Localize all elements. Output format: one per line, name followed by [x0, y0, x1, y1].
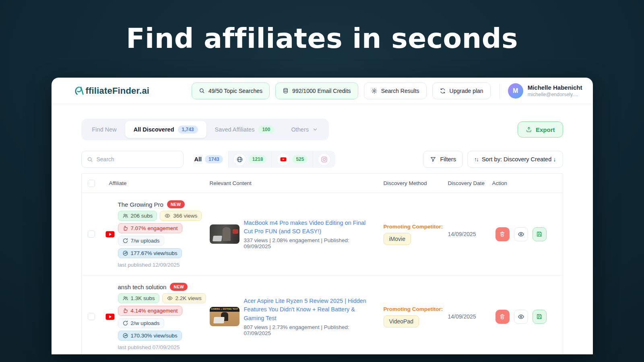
- subscribers-icon: [122, 213, 128, 219]
- youtube-platform-icon: [101, 231, 118, 238]
- trend-icon: [122, 250, 128, 256]
- uploads-value: 7/w uploads: [131, 238, 160, 244]
- upload-frequency-icon: [122, 238, 128, 244]
- tab-all-discovered[interactable]: All Discovered 1,743: [125, 121, 206, 138]
- brand-logo: ffiliateFinder.ai: [74, 85, 150, 96]
- video-title-link[interactable]: Acer Aspire Lite Ryzen 5 Review 2025 | H…: [244, 297, 373, 322]
- search-results-button[interactable]: Search Results: [364, 82, 427, 99]
- tab-others[interactable]: Others: [283, 122, 326, 137]
- row-checkbox[interactable]: [88, 313, 95, 320]
- platform-filter-instagram[interactable]: [313, 151, 335, 168]
- saved-affiliates-count-badge: 100: [258, 125, 274, 134]
- email-credits-counter[interactable]: 992/1000 Email Credits: [275, 82, 358, 99]
- engagement-stat: 7.07% engagement: [118, 223, 182, 233]
- competitor-badge: iMovie: [384, 233, 411, 245]
- last-published: last published 12/09/2025: [118, 262, 210, 268]
- thumbs-up-icon: [122, 308, 128, 314]
- search-input[interactable]: [97, 156, 178, 162]
- video-thumbnail[interactable]: GAMING + EDITING TEST: [210, 307, 239, 326]
- search-icon: [199, 88, 205, 94]
- tab-all-discovered-label: All Discovered: [134, 126, 174, 133]
- funnel-icon: [430, 156, 436, 162]
- view-tabs: Find New All Discovered 1,743 Saved Affi…: [81, 119, 329, 140]
- tab-find-new-label: Find New: [92, 126, 117, 133]
- col-discovery-method: Discovery Method: [384, 180, 448, 186]
- save-icon: [536, 231, 543, 237]
- tab-find-new[interactable]: Find New: [84, 122, 125, 137]
- all-discovered-count-badge: 1,743: [178, 125, 198, 134]
- views-value: 366 views: [173, 213, 197, 219]
- uploads-stat: 7/w uploads: [118, 236, 164, 246]
- upgrade-plan-button[interactable]: Upgrade plan: [432, 82, 491, 99]
- view-button[interactable]: [514, 310, 528, 324]
- email-credits-label: 992/1000 Email Credits: [292, 88, 351, 94]
- chevron-down-icon: [312, 127, 318, 132]
- table-header-row: Affiliate Relevant Content Discovery Met…: [82, 174, 563, 193]
- video-meta: 337 views | 2.08% engagement | Published…: [244, 237, 373, 249]
- export-label: Export: [536, 126, 555, 133]
- trash-icon: [499, 313, 506, 320]
- database-icon: [283, 88, 289, 94]
- sort-button[interactable]: ↑↓ Sort by: Discovery Created ↓: [467, 151, 563, 168]
- discovery-date: 14/09/2025: [448, 313, 492, 320]
- video-title-link[interactable]: MacBook m4 Pro makes Video Editing on Fi…: [244, 219, 373, 236]
- app-window: ffiliateFinder.ai 49/50 Topic Searches 9…: [52, 78, 593, 354]
- affiliate-name[interactable]: ansh tech solution: [118, 284, 167, 290]
- instagram-icon: [318, 154, 330, 165]
- views-stat: 366 views: [160, 211, 202, 221]
- video-meta: 807 views | 2.73% engagement | Published…: [244, 324, 373, 336]
- eye-icon: [518, 313, 524, 320]
- subs-value: 1.3K subs: [131, 295, 155, 301]
- delete-button[interactable]: [495, 310, 510, 324]
- subscribers-icon: [122, 295, 128, 301]
- save-icon: [536, 313, 543, 320]
- tab-saved-affiliates[interactable]: Saved Affiliates 100: [206, 121, 283, 138]
- col-discovery-date: Discovery Date: [448, 180, 492, 186]
- view-button[interactable]: [514, 227, 528, 241]
- platform-filter-all[interactable]: All 1743: [189, 151, 229, 168]
- select-all-checkbox[interactable]: [88, 180, 95, 187]
- discovery-method-label: Promoting Competitor:: [384, 224, 448, 230]
- table-row: The Growing Pro NEW 206 subs 366 views: [82, 193, 563, 276]
- video-thumbnail[interactable]: [210, 224, 239, 244]
- view-subs-stat: 177.67% view/subs: [118, 248, 182, 258]
- brand-name: ffiliateFinder.ai: [86, 86, 150, 96]
- search-field: [81, 151, 184, 168]
- user-email: michelle@endorsely....: [528, 92, 582, 97]
- discovery-method-label: Promoting Competitor:: [384, 306, 448, 312]
- upgrade-plan-label: Upgrade plan: [450, 88, 483, 94]
- platform-filter: All 1743 1218 525: [189, 151, 336, 168]
- trend-icon: [122, 333, 128, 339]
- avatar: M: [508, 83, 523, 99]
- platform-youtube-count: 525: [292, 155, 308, 163]
- discovery-date: 14/09/2025: [448, 231, 492, 237]
- eye-icon: [518, 231, 524, 238]
- user-menu[interactable]: M Michelle Habenicht michelle@endorsely.…: [508, 83, 582, 99]
- affiliate-name[interactable]: The Growing Pro: [118, 201, 163, 208]
- platform-all-count: 1743: [205, 155, 223, 163]
- platform-filter-web[interactable]: 1218: [229, 151, 272, 168]
- new-badge: NEW: [167, 200, 185, 208]
- eye-icon: [164, 213, 171, 219]
- user-name: Michelle Habenicht: [528, 84, 582, 92]
- competitor-badge: VideoPad: [384, 315, 419, 327]
- platform-filter-youtube[interactable]: 525: [272, 151, 313, 168]
- topic-searches-label: 49/50 Topic Searches: [208, 88, 262, 94]
- engagement-value: 7.07% engagement: [131, 225, 178, 231]
- topic-searches-counter[interactable]: 49/50 Topic Searches: [192, 82, 270, 99]
- save-button[interactable]: [533, 227, 547, 241]
- new-badge: NEW: [170, 283, 188, 291]
- tab-others-label: Others: [291, 126, 309, 133]
- uploads-value: 2/w uploads: [131, 320, 160, 326]
- subs-stat: 206 subs: [118, 211, 157, 221]
- sort-label: Sort by: Discovery Created ↓: [482, 156, 556, 162]
- filters-button[interactable]: Filters: [423, 151, 462, 168]
- row-checkbox[interactable]: [88, 230, 95, 238]
- export-icon: [526, 126, 532, 133]
- delete-button[interactable]: [495, 227, 510, 241]
- export-button[interactable]: Export: [518, 121, 563, 138]
- save-button[interactable]: [533, 310, 547, 324]
- youtube-platform-icon: [101, 313, 118, 320]
- views-stat: 2.2K views: [162, 293, 206, 303]
- app-header: ffiliateFinder.ai 49/50 Topic Searches 9…: [52, 78, 593, 104]
